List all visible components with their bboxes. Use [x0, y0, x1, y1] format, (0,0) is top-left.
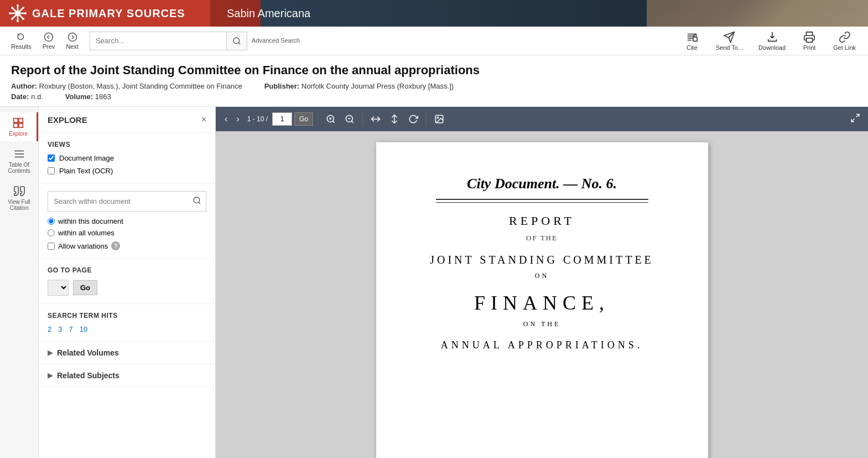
within-all-volumes-radio-label[interactable]: within all volumes [48, 229, 206, 237]
send-to-button[interactable]: Send To... [710, 29, 749, 53]
hit-link-2[interactable]: 3 [58, 325, 62, 333]
main-search-input[interactable] [90, 32, 227, 50]
search-within-input[interactable] [48, 193, 188, 210]
svg-point-7 [9, 12, 11, 14]
views-checkboxes: Document Image Plain Text (OCR) [48, 154, 206, 175]
zoom-out-button[interactable] [341, 112, 358, 126]
fullscreen-button[interactable] [848, 111, 862, 128]
svg-line-17 [238, 43, 240, 44]
search-within-button[interactable] [188, 192, 206, 211]
go-to-page-button[interactable]: Go [73, 280, 97, 295]
within-all-volumes-radio[interactable] [48, 229, 55, 236]
views-section: VIEWS Document Image Plain Text (OCR) [39, 133, 215, 183]
results-button[interactable]: Results [7, 30, 36, 52]
plain-text-checkbox-label[interactable]: Plain Text (OCR) [48, 167, 206, 175]
document-image-label: Document Image [59, 154, 114, 162]
hit-link-1[interactable]: 2 [48, 325, 51, 333]
go-to-page-section: GO TO PAGE Go [39, 259, 215, 304]
svg-line-43 [856, 114, 859, 117]
page-range-indicator: 1 - 10 / [245, 115, 270, 123]
related-volumes-section[interactable]: ▶ Related Volumes [39, 342, 215, 364]
results-label: Results [11, 43, 32, 50]
send-to-label: Send To... [716, 44, 743, 51]
explore-panel-header: EXPLORE × [39, 107, 215, 133]
explore-panel-close-button[interactable]: × [201, 115, 206, 125]
fit-width-button[interactable] [367, 112, 384, 126]
page-city-document-text: City Document. — No. 6. [467, 176, 617, 192]
download-button[interactable]: Download [753, 29, 791, 53]
page-prev-button[interactable]: ‹ [221, 112, 231, 126]
volume-label: Volume: [65, 92, 93, 101]
explore-panel-title: EXPLORE [48, 115, 87, 125]
table-of-contents-nav-label: Table Of Contents [3, 162, 35, 174]
svg-rect-24 [14, 123, 18, 127]
date-value: n.d. [31, 92, 43, 101]
within-this-document-radio[interactable] [48, 218, 55, 225]
author-value: Roxbury (Boston, Mass.), Joint Standing … [39, 82, 242, 90]
page-joint-text: JOINT STANDING COMMITTEE [430, 254, 654, 266]
viewer-go-button[interactable]: Go [294, 112, 313, 126]
banner-background [647, 0, 868, 27]
hit-link-4[interactable]: 10 [80, 325, 87, 333]
cite-button[interactable]: Cite [678, 29, 706, 53]
next-button[interactable]: Next [61, 30, 83, 52]
svg-point-16 [233, 38, 240, 44]
print-button[interactable]: Print [796, 29, 823, 53]
search-scope-radio-group: within this document within all volumes [48, 217, 206, 237]
collection-title: Sabin Americana [210, 7, 310, 20]
fit-width-icon [371, 114, 381, 124]
search-term-hits-section: SEARCH TERM HITS 2 3 7 10 [39, 304, 215, 342]
rotate-button[interactable] [405, 112, 422, 126]
svg-rect-22 [14, 119, 18, 122]
top-banner: GALE PRIMARY SOURCES Sabin Americana [0, 0, 868, 27]
citation-icon [13, 185, 25, 197]
fit-height-button[interactable] [386, 112, 403, 126]
send-to-icon [723, 31, 735, 43]
main-search-button[interactable] [227, 32, 247, 50]
plain-text-checkbox[interactable] [48, 167, 55, 174]
gale-brand-title: GALE PRIMARY SOURCES [32, 7, 185, 20]
banner-map-decoration [647, 0, 868, 27]
main-toolbar: Results Prev Next Advanced Search [0, 27, 868, 55]
document-page: City Document. — No. 6. REPORT OF THE JO… [376, 142, 708, 458]
explore-nav-item[interactable]: Explore [0, 112, 38, 141]
go-to-page-label: GO TO PAGE [48, 266, 206, 274]
plain-text-label: Plain Text (OCR) [59, 167, 113, 175]
get-link-icon [839, 31, 851, 43]
explore-panel: EXPLORE × VIEWS Document Image Plain Tex… [39, 107, 216, 458]
download-label: Download [758, 44, 786, 51]
prev-button[interactable]: Prev [38, 30, 60, 52]
date-field: Date: n.d. [11, 92, 43, 101]
svg-point-10 [22, 18, 24, 20]
page-next-button[interactable]: › [233, 112, 242, 126]
page-select[interactable] [48, 280, 69, 296]
within-this-document-label: within this document [58, 217, 123, 225]
table-of-contents-nav-item[interactable]: Table Of Contents [0, 143, 38, 178]
document-image-checkbox[interactable] [48, 155, 55, 162]
allow-variations-info-icon[interactable]: ? [111, 241, 120, 250]
within-this-document-radio-label[interactable]: within this document [48, 217, 206, 225]
zoom-in-button[interactable] [323, 112, 339, 126]
hit-link-3[interactable]: 7 [69, 325, 72, 333]
allow-variations-checkbox[interactable] [48, 243, 55, 250]
view-full-citation-nav-item[interactable]: View Full Citation [0, 181, 38, 215]
publisher-value: Norfolk County Journal Press (Roxbury [M… [302, 82, 454, 90]
page-on-the-text: ON THE [523, 320, 560, 328]
get-link-button[interactable]: Get Link [828, 29, 861, 53]
volume-value: 1863 [95, 92, 111, 101]
cite-icon [686, 31, 698, 43]
viewer-separator-3 [426, 112, 427, 126]
next-label: Next [66, 43, 79, 50]
image-view-button[interactable] [431, 112, 448, 126]
go-to-page-row: Go [48, 280, 206, 296]
related-subjects-section[interactable]: ▶ Related Subjects [39, 364, 215, 387]
page-number-input[interactable] [272, 112, 292, 126]
related-subjects-label: Related Subjects [57, 371, 119, 380]
svg-point-8 [24, 12, 27, 14]
document-image-checkbox-label[interactable]: Document Image [48, 154, 206, 162]
author-field: Author: Roxbury (Boston, Mass.), Joint S… [11, 82, 242, 90]
print-label: Print [803, 44, 816, 51]
svg-point-9 [11, 7, 13, 9]
advanced-search-link[interactable]: Advanced Search [252, 37, 300, 44]
date-label: Date: [11, 92, 29, 101]
